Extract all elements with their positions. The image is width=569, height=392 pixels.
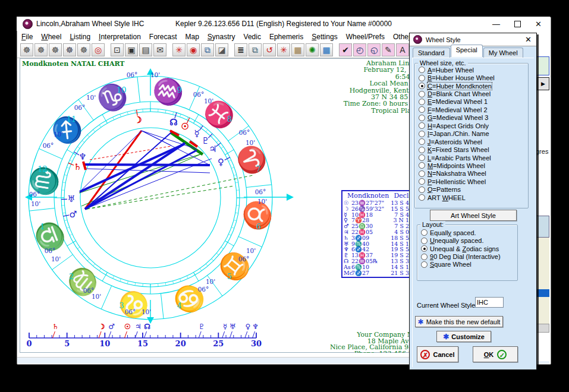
save-icon[interactable]: ▣ [125,43,138,56]
wheel-hub-icon[interactable]: ✳ [172,43,186,56]
radio-circle[interactable] [419,154,425,161]
radio-layout-1[interactable]: Unequally spaced. [417,236,517,244]
radio-wheel-size-10[interactable]: K=Fixed Stars Wheel [415,146,528,153]
doc-edit-icon[interactable]: ✎ [382,43,395,56]
radio-wheel-size-15[interactable]: Q=Patterns [415,186,528,194]
minimize-button[interactable]: — [492,20,500,28]
listing-icon[interactable]: ≣ [234,43,247,56]
radio-wheel-size-14[interactable]: P=Hellenistic Wheel [415,178,528,185]
contrast-icon[interactable]: ◪ [215,43,228,56]
radio-circle[interactable] [419,147,425,153]
radio-circle[interactable] [419,115,425,121]
radio-wheel-size-12[interactable]: M=Midpoints Wheel [415,162,528,169]
radio-circle[interactable] [419,178,425,185]
cusp-label: 10' [92,293,101,300]
om-icon[interactable]: ✺ [306,43,319,56]
radio-circle[interactable] [421,229,427,236]
radio-layout-0[interactable]: Equally spaced. [417,229,517,236]
tab-my-wheel[interactable]: My Wheel [483,48,523,58]
radio-layout-4[interactable]: Square Wheel [417,261,517,268]
copy-chart-icon[interactable]: ⧉ [201,43,214,56]
maximize-button[interactable] [514,21,521,27]
open-wheel-icon[interactable]: ☸ [34,43,48,56]
menu-item-settings[interactable]: Settings [307,33,341,41]
ok-button[interactable]: OK ✓ [473,346,518,362]
radio-circle[interactable] [421,245,427,252]
clock-wheel-icon[interactable]: ◵ [367,43,381,56]
clock-icon[interactable]: ◴ [353,43,366,56]
radio-circle[interactable] [419,170,425,177]
side-panel-selected-row[interactable] [536,289,549,297]
wheel-icon[interactable]: ☸ [77,43,90,56]
radio-circle[interactable] [419,99,425,105]
radio-circle[interactable] [419,83,425,89]
radio-wheel-size-7[interactable]: H=Aspect Grids Only [415,122,528,129]
radio-wheel-size-13[interactable]: N=Nakshatra Wheel [415,170,528,178]
menu-item-file[interactable]: File [17,33,37,41]
radio-circle[interactable] [419,131,425,137]
radio-wheel-size-5[interactable]: F=Medieval Wheel 2 [415,106,528,113]
mail-icon[interactable]: ✉ [153,43,166,56]
documents-icon[interactable]: ⧉ [249,43,262,56]
rotate-icon[interactable]: ↺ [263,43,276,56]
dialog-close-icon[interactable]: ✕ [525,35,532,44]
radio-layout-2[interactable]: Unequal & Zodiac signs [417,245,517,252]
menu-item-forecast[interactable]: Forecast [145,33,181,41]
radio-wheel-size-3[interactable]: D=Blank Chart Wheel [415,90,528,97]
radio-circle[interactable] [419,122,425,129]
radio-circle[interactable] [419,186,425,193]
menu-item-map[interactable]: Map [181,33,203,41]
radio-circle[interactable] [419,138,425,145]
radio-wheel-size-1[interactable]: B=Huber House Wheel [415,74,528,81]
radio-wheel-size-4[interactable]: E=Medieval Wheel 1 [415,98,528,106]
house-number-9: 9 [177,86,182,94]
cancel-button[interactable]: ✗ Cancel [417,346,458,362]
new-wheel-icon[interactable]: ☸ [20,43,33,56]
doc-a-icon[interactable]: A [396,43,409,56]
menu-item-wheel[interactable]: Wheel [37,33,65,41]
wheel-target-icon[interactable]: ◉ [187,43,200,56]
tab-standard[interactable]: Standard [413,48,450,58]
menu-item-listing[interactable]: Listing [65,33,95,41]
aspect-lines-icon[interactable]: ✳ [277,43,290,56]
grid-wheel-icon[interactable]: ▦ [291,43,304,56]
radio-wheel-size-6[interactable]: G=Medieval Wheel 3 [415,114,528,122]
radio-circle[interactable] [419,106,425,113]
target-wheel-icon[interactable]: ◎ [92,43,105,56]
menu-item-interpretation[interactable]: Interpretation [95,33,145,41]
house-number-2: 2 [69,272,74,281]
radio-wheel-size-16[interactable]: ART WHEEL [415,194,528,201]
radio-wheel-size-8[interactable]: I=Japan./Chin. Name [415,130,528,138]
current-wheel-style-input[interactable] [475,297,504,308]
close-button[interactable]: ✕ [535,20,542,28]
radio-wheel-size-0[interactable]: A=Huber Wheel [415,66,528,74]
menu-item-vedic[interactable]: Vedic [240,33,265,41]
check-icon[interactable]: ✔ [339,43,352,56]
edit-wheel-icon[interactable]: ☸ [63,43,76,56]
radio-layout-3[interactable]: 90 Deg Dial (Interactive) [417,252,517,260]
menu-item-synastry[interactable]: Synastry [203,33,240,41]
make-default-button[interactable]: ✱ Make this the new default [415,316,503,327]
menu-item-ephemeris[interactable]: Ephemeris [265,33,307,41]
customize-button[interactable]: ✱ Customize [436,331,491,342]
radio-circle[interactable] [421,238,427,244]
radio-circle[interactable] [419,194,425,201]
radio-circle[interactable] [419,162,425,169]
radio-circle[interactable] [421,261,427,268]
calendar-icon[interactable]: ▦ [320,43,333,56]
planet-neptune: ♆ [78,151,86,162]
print-icon[interactable]: ▤ [139,43,152,56]
radio-wheel-size-9[interactable]: J=Asteroids Wheel [415,138,528,146]
menu-item-wheelprefs[interactable]: Wheel/Prefs [342,33,389,41]
radio-circle[interactable] [419,75,425,81]
art-wheel-style-button[interactable]: Art Wheel Style [430,210,517,221]
radio-circle[interactable] [421,254,427,260]
radio-circle[interactable] [419,91,425,97]
next-arrow-button[interactable]: ▶ [537,77,549,90]
chart-window-icon[interactable]: ⊡ [111,43,124,56]
tab-special[interactable]: Special [451,45,483,57]
radio-wheel-size-2[interactable]: C=Huber Mondknoten [415,82,528,90]
radio-circle[interactable] [419,67,425,73]
previous-wheel-icon[interactable]: ☸ [49,43,62,56]
radio-wheel-size-11[interactable]: L=Arabic Parts Wheel [415,154,528,162]
